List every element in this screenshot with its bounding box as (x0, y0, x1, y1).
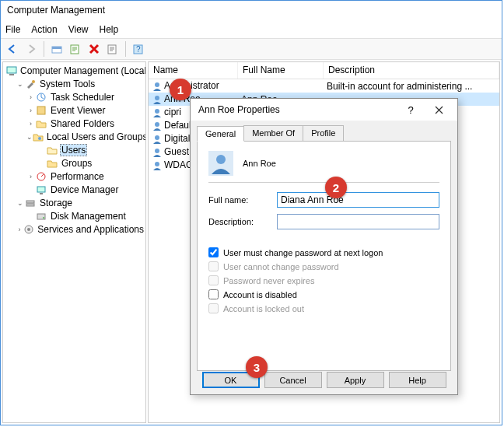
expander-icon[interactable]: ⌄ (16, 199, 24, 207)
checkbox-locked (208, 303, 219, 313)
expander-icon[interactable]: ⌄ (16, 80, 24, 88)
checkbox-disabled[interactable] (208, 289, 219, 299)
svg-rect-16 (26, 204, 34, 206)
expander-icon[interactable]: › (26, 120, 35, 128)
check-never-expires: Password never expires (208, 275, 439, 285)
svg-point-25 (155, 135, 159, 140)
svg-point-23 (155, 109, 159, 114)
help-button[interactable]: Help (389, 372, 446, 388)
folder-open-icon (46, 144, 58, 156)
folder-icon (46, 157, 58, 170)
annotation-3: 3 (246, 356, 268, 378)
dialog-close-button[interactable] (425, 101, 453, 118)
menu-file[interactable]: File (5, 24, 20, 37)
folder-shared-icon (35, 117, 47, 130)
expander-icon[interactable]: › (26, 93, 35, 101)
tree-users[interactable]: Users (3, 143, 145, 156)
fullname-input[interactable] (277, 192, 439, 208)
help-button[interactable]: ? (130, 40, 147, 58)
tab-member-of[interactable]: Member Of (243, 125, 303, 141)
properties-dialog: Ann Roe Properties ? General Member Of P… (190, 98, 458, 395)
tree-groups[interactable]: Groups (3, 156, 145, 170)
tree-storage[interactable]: ⌄Storage (3, 196, 145, 209)
delete-button[interactable] (86, 40, 103, 58)
tree-pane[interactable]: Computer Management (Local) ⌄System Tool… (2, 61, 146, 423)
window-title: Computer Management (1, 1, 502, 23)
description-label: Description: (208, 217, 269, 226)
svg-rect-15 (26, 201, 34, 203)
svg-point-18 (43, 217, 44, 219)
back-button[interactable] (4, 40, 21, 58)
col-full[interactable]: Full Name (238, 62, 324, 79)
svg-rect-7 (9, 74, 14, 75)
cancel-button[interactable]: Cancel (264, 372, 322, 388)
tree-root[interactable]: Computer Management (Local) (3, 64, 145, 77)
svg-rect-13 (37, 187, 45, 192)
tree-services-apps[interactable]: ›Services and Applications (3, 222, 145, 236)
tab-general[interactable]: General (197, 126, 244, 142)
check-disabled[interactable]: Account is disabled (208, 289, 439, 299)
checkbox-never-expires (208, 275, 219, 285)
tree-event-viewer[interactable]: ›Event Viewer (3, 103, 145, 117)
dialog-buttons: OK Cancel Apply Help (191, 372, 457, 388)
menu-action[interactable]: Action (31, 24, 57, 37)
tree-local-users-groups[interactable]: ⌄Local Users and Groups (3, 130, 145, 143)
expander-icon[interactable]: › (26, 173, 35, 180)
refresh-button[interactable] (104, 40, 121, 58)
svg-rect-17 (37, 214, 45, 219)
toolbar: ? (1, 38, 502, 60)
list-row[interactable]: AdministratorBuilt-in account for admini… (149, 79, 499, 93)
expander-icon[interactable]: ⌄ (26, 133, 33, 141)
user-icon (152, 134, 163, 145)
col-name[interactable]: Name (149, 62, 238, 79)
tools-icon (24, 78, 37, 90)
svg-point-22 (155, 96, 159, 100)
tree-device-manager[interactable]: Device Manager (3, 183, 145, 196)
tree-performance[interactable]: ›Performance (3, 170, 145, 183)
user-icon (152, 94, 163, 105)
dialog-title: Ann Roe Properties (198, 104, 280, 115)
device-icon (35, 184, 47, 196)
user-icon (152, 121, 163, 131)
svg-text:?: ? (136, 45, 141, 54)
user-icon (152, 81, 163, 92)
dialog-help-button[interactable]: ? (397, 101, 425, 118)
clock-icon (35, 91, 47, 103)
checkbox-cannot-change (208, 261, 219, 271)
forward-button[interactable] (23, 40, 40, 58)
svg-rect-14 (40, 193, 43, 194)
user-icon (152, 107, 163, 118)
check-cannot-change: User cannot change password (208, 261, 439, 271)
svg-point-21 (155, 82, 159, 87)
menu-help[interactable]: Help (100, 24, 119, 37)
expander-icon[interactable]: › (16, 226, 23, 233)
dialog-username: Ann Roe (243, 159, 276, 168)
tree-task-scheduler[interactable]: ›Task Scheduler (3, 90, 145, 103)
menu-view[interactable]: View (68, 24, 89, 37)
checkbox-must-change[interactable] (208, 247, 219, 257)
col-desc[interactable]: Description (324, 62, 499, 79)
services-icon (23, 223, 34, 236)
properties-button[interactable] (67, 40, 84, 58)
svg-point-26 (155, 149, 159, 153)
svg-point-11 (38, 137, 41, 140)
event-icon (35, 104, 47, 117)
svg-point-27 (155, 162, 159, 166)
svg-rect-6 (7, 67, 16, 73)
check-must-change[interactable]: User must change password at next logon (208, 247, 439, 257)
tabstrip: General Member Of Profile (191, 121, 457, 141)
tree-system-tools[interactable]: ⌄System Tools (3, 77, 145, 90)
tree-disk-management[interactable]: Disk Management (3, 209, 145, 222)
perf-icon (35, 170, 47, 183)
description-input[interactable] (277, 214, 439, 229)
computer-icon (6, 65, 17, 77)
apply-button[interactable]: Apply (327, 372, 384, 388)
annotation-1: 1 (170, 79, 191, 100)
tab-profile[interactable]: Profile (303, 125, 344, 141)
svg-point-29 (216, 155, 226, 164)
expander-icon[interactable]: › (26, 107, 35, 114)
users-folder-icon (33, 131, 44, 143)
user-avatar-icon (208, 151, 233, 176)
up-button[interactable] (48, 40, 65, 58)
tree-shared-folders[interactable]: ›Shared Folders (3, 117, 145, 130)
